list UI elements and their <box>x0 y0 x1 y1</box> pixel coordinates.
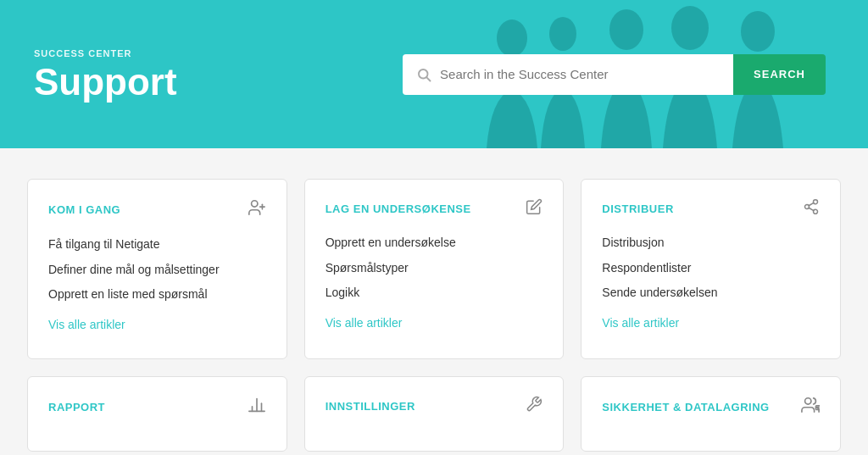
pencil-icon <box>526 198 542 219</box>
list-item: Respondentlister <box>602 260 820 277</box>
list-item: Logikk <box>326 285 543 302</box>
search-button[interactable]: SEARCH <box>733 54 826 95</box>
card-header: SIKKERHET & DATALAGRING <box>602 396 820 419</box>
page-header: Success Center Support SEARCH <box>0 0 868 148</box>
card-links: Opprett en undersøkelse Spørsmålstyper L… <box>326 235 543 331</box>
list-item: Vis alle artikler <box>602 310 820 332</box>
search-box <box>403 54 733 95</box>
card-lag-en-undersokelse: LAG EN UNDERSØKENSE Opprett en undersøke… <box>304 179 565 359</box>
share-icon <box>803 198 820 219</box>
header-title: Support <box>34 64 203 101</box>
search-input[interactable] <box>440 67 720 81</box>
search-area: SEARCH <box>403 54 826 95</box>
user-add-icon <box>248 198 266 221</box>
card-kom-i-gang: KOM I GANG Få tilgang til Netigate Defin… <box>27 179 287 359</box>
card-title: SIKKERHET & DATALAGRING <box>602 401 769 413</box>
list-item: Sende undersøkelsen <box>602 285 820 302</box>
svg-line-13 <box>809 208 814 210</box>
view-all-link[interactable]: Vis alle artikler <box>602 315 679 332</box>
card-title: INNSTILLINGER <box>326 400 415 413</box>
svg-point-19 <box>805 398 811 404</box>
list-item: Opprett en undersøkelse <box>326 235 543 252</box>
card-innstillinger: INNSTILLINGER <box>304 376 565 452</box>
list-item: Vis alle artikler <box>48 312 266 334</box>
main-content: KOM I GANG Få tilgang til Netigate Defin… <box>10 148 858 455</box>
svg-line-6 <box>426 77 430 80</box>
svg-line-14 <box>809 203 814 205</box>
svg-point-2 <box>609 9 643 50</box>
card-header: RAPPORT <box>48 396 266 419</box>
list-item: Definer dine mål og målsettinger <box>48 262 266 279</box>
wrench-icon <box>526 396 542 417</box>
card-title: LAG EN UNDERSØKENSE <box>326 203 471 215</box>
card-title: KOM I GANG <box>48 203 120 216</box>
view-all-link[interactable]: Vis alle artikler <box>326 315 403 332</box>
card-title: RAPPORT <box>48 401 105 413</box>
header-subtitle: Success Center <box>34 48 203 58</box>
list-item: Distribusjon <box>602 235 820 252</box>
card-links: Distribusjon Respondentlister Sende unde… <box>602 235 820 331</box>
list-item: Spørsmålstyper <box>326 260 543 277</box>
card-rapport: RAPPORT <box>27 376 287 452</box>
view-all-link[interactable]: Vis alle artikler <box>48 317 125 334</box>
list-item: Få tilgang til Netigate <box>48 236 266 253</box>
card-title: DISTRIBUER <box>602 203 673 215</box>
search-icon <box>416 67 431 82</box>
bar-chart-icon <box>248 396 266 419</box>
card-header: INNSTILLINGER <box>326 396 543 417</box>
card-sikkerhet-datalagring: SIKKERHET & DATALAGRING <box>581 376 841 452</box>
svg-point-1 <box>549 17 576 51</box>
svg-point-7 <box>251 201 257 207</box>
card-header: KOM I GANG <box>48 198 266 221</box>
list-item: Vis alle artikler <box>326 310 543 332</box>
card-header: LAG EN UNDERSØKENSE <box>326 198 543 219</box>
svg-point-4 <box>741 11 775 52</box>
card-header: DISTRIBUER <box>602 198 820 219</box>
security-icon <box>801 396 820 419</box>
card-links: Få tilgang til Netigate Definer dine mål… <box>48 236 266 333</box>
cards-grid: KOM I GANG Få tilgang til Netigate Defin… <box>27 179 841 452</box>
list-item: Opprett en liste med spørsmål <box>48 286 266 303</box>
svg-point-0 <box>497 19 527 57</box>
svg-point-21 <box>817 408 818 408</box>
svg-point-3 <box>671 6 709 50</box>
card-distribuer: DISTRIBUER Distribusjon Respondentlister… <box>581 179 841 359</box>
header-branding: Success Center Support <box>34 48 203 101</box>
